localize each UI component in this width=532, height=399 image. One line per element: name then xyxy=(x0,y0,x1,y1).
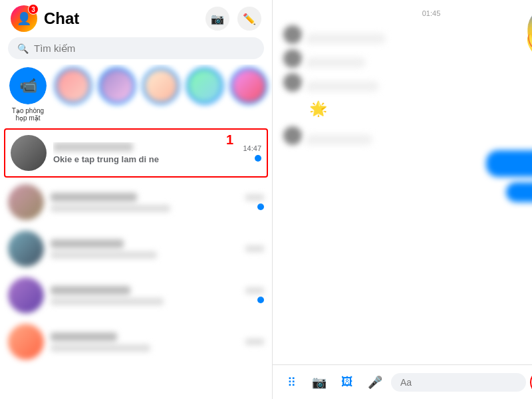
story-item-4[interactable] xyxy=(186,67,223,122)
notification-badge: 3 xyxy=(28,4,39,15)
create-room-story[interactable]: 📹 Tạo phòng họp mặt xyxy=(8,67,48,122)
chat-avatar-2 xyxy=(8,184,44,220)
message-bubble-4 xyxy=(306,134,372,145)
chat-meta-4 xyxy=(245,287,264,303)
apps-icon: ⠿ xyxy=(287,375,296,390)
sender-avatar-1 xyxy=(283,25,302,44)
chat-info-5 xyxy=(51,332,241,352)
story-item-2[interactable] xyxy=(98,67,136,122)
story-avatar-5 xyxy=(230,67,267,104)
chat-meta-5 xyxy=(245,338,264,345)
message-bubble-sent-1 xyxy=(486,150,532,177)
create-room-circle: 📹 xyxy=(9,67,47,104)
story-avatar-2 xyxy=(98,67,136,104)
unread-dot-2 xyxy=(257,203,264,210)
right-panel: 😱 01:45 🌟 xyxy=(273,0,532,399)
image-button[interactable]: 🖼 xyxy=(335,370,359,394)
chat-list: Okie e tap trung lam di ne 14:47 1 xyxy=(0,127,272,399)
chat-info-3 xyxy=(51,239,241,259)
message-row-sent-2 xyxy=(283,182,532,202)
stories-row: 📹 Tạo phòng họp mặt xyxy=(0,65,272,127)
mic-button[interactable]: 🎤 xyxy=(363,370,387,394)
chat-item-2[interactable] xyxy=(0,179,272,225)
left-panel: 👤 3 Chat 📷 ✏️ 🔍 📹 Tạo phòng họp mặt xyxy=(0,0,273,399)
chat-avatar-img-5 xyxy=(8,324,44,360)
message-bubble-1 xyxy=(306,33,386,44)
chat-messages: 01:45 🌟 xyxy=(273,0,532,364)
image-icon: 🖼 xyxy=(341,375,353,389)
camera-button[interactable]: 📷 xyxy=(205,7,229,31)
chat-time-2 xyxy=(245,194,264,201)
message-row-emoji: 🌟 xyxy=(306,97,532,121)
story-avatar-4 xyxy=(186,67,223,104)
chat-time-5 xyxy=(245,338,264,345)
message-row-sent-1 xyxy=(283,150,532,177)
header: 👤 3 Chat 📷 ✏️ xyxy=(0,0,272,37)
message-row-3 xyxy=(283,73,532,92)
message-bubble-3 xyxy=(306,81,379,92)
message-row-4 xyxy=(283,126,532,145)
header-icons: 📷 ✏️ xyxy=(205,7,261,31)
video-add-icon: 📹 xyxy=(9,67,47,104)
story-item-1[interactable] xyxy=(55,67,92,122)
chat-info-4 xyxy=(51,286,241,305)
story-item-3[interactable] xyxy=(142,67,180,122)
chat-time-4 xyxy=(245,287,264,294)
edit-icon: ✏️ xyxy=(243,13,256,25)
message-bubble-2 xyxy=(306,57,366,68)
mic-icon: 🎤 xyxy=(368,375,382,390)
sender-avatar-3 xyxy=(283,73,302,92)
unread-dot-4 xyxy=(257,297,264,303)
annotation-label-1: 1 xyxy=(226,132,233,148)
chat-meta-2 xyxy=(245,194,264,210)
chat-avatar-img-3 xyxy=(8,231,44,267)
story-avatar-3 xyxy=(142,67,180,104)
chat-toolbar: ⠿ 📷 🖼 🎤 🙂 😱 xyxy=(273,364,532,399)
sender-avatar-4 xyxy=(283,126,302,145)
search-icon: 🔍 xyxy=(17,43,29,54)
toolbar-camera-button[interactable]: 📷 xyxy=(307,370,331,394)
edit-button[interactable]: ✏️ xyxy=(237,7,261,31)
message-time-label: 01:45 xyxy=(283,9,532,17)
chat-info-2 xyxy=(51,193,241,212)
chat-item-4[interactable] xyxy=(0,272,272,319)
chat-meta-1: 14:47 xyxy=(243,144,261,162)
chat-item-3[interactable] xyxy=(0,225,272,272)
camera-icon: 📷 xyxy=(211,13,224,25)
page-title: Chat xyxy=(44,9,205,28)
chat-item-5[interactable] xyxy=(0,319,272,365)
search-input[interactable] xyxy=(34,43,255,54)
search-bar[interactable]: 🔍 xyxy=(8,37,264,59)
story-item-5[interactable] xyxy=(230,67,267,122)
chat-avatar-5 xyxy=(8,324,44,360)
message-input[interactable] xyxy=(391,373,526,392)
chat-name-1 xyxy=(53,142,133,152)
chat-preview-1: Okie e tap trung lam di ne xyxy=(53,154,239,164)
sender-avatar-2 xyxy=(283,49,302,68)
unread-dot-1 xyxy=(255,155,261,162)
story-avatar-1 xyxy=(55,67,92,104)
chat-item-1[interactable]: Okie e tap trung lam di ne 14:47 1 xyxy=(4,128,268,178)
create-room-label: Tạo phòng họp mặt xyxy=(8,107,48,122)
chat-avatar-img-2 xyxy=(8,184,44,220)
emoji-reaction: 🌟 xyxy=(306,97,330,121)
chat-time-3 xyxy=(245,245,264,252)
chat-time-1: 14:47 xyxy=(243,144,261,152)
chat-info-1: Okie e tap trung lam di ne xyxy=(53,142,239,164)
chat-avatar-img-4 xyxy=(8,277,44,313)
chat-avatar-3 xyxy=(8,231,44,267)
message-row-2 xyxy=(283,49,532,68)
chat-meta-3 xyxy=(245,245,264,252)
message-row-1 xyxy=(283,25,532,44)
apps-button[interactable]: ⠿ xyxy=(279,370,303,394)
chat-avatar-img-1 xyxy=(11,135,47,171)
chat-avatar-4 xyxy=(8,277,44,313)
chat-avatar-1 xyxy=(11,135,47,171)
toolbar-camera-icon: 📷 xyxy=(312,375,327,390)
message-bubble-sent-2 xyxy=(506,182,532,202)
user-avatar-wrapper[interactable]: 👤 3 xyxy=(11,5,37,32)
